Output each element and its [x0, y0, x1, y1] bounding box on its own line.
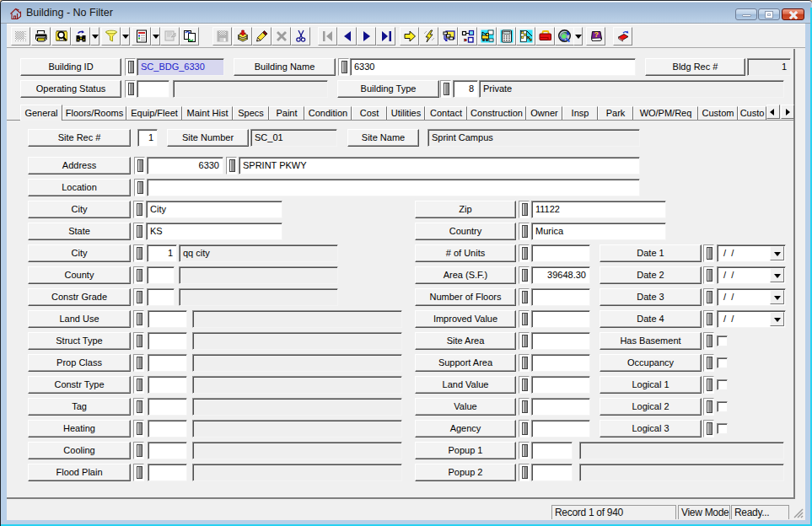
svg-text:?: ? — [594, 30, 600, 39]
